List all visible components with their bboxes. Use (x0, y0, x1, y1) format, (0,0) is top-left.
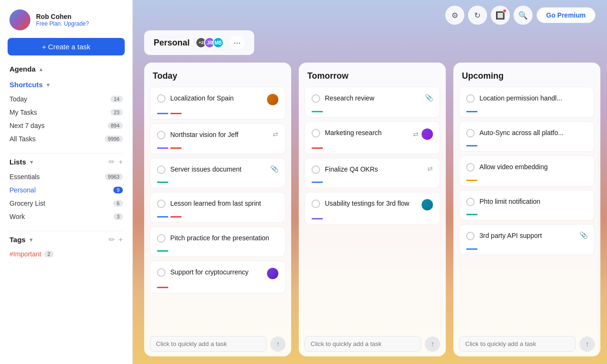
nav-item-today[interactable]: Today 14 (9, 92, 123, 106)
priority-bar-blue (466, 145, 478, 146)
today-column-footer: ↑ (144, 331, 291, 356)
priority-bar-yellow (466, 180, 478, 181)
notification-dot (503, 9, 506, 13)
settings-button[interactable]: ⚙ (445, 6, 464, 25)
agenda-chevron-icon: ▲ (38, 66, 44, 72)
task-checkbox[interactable] (157, 131, 166, 139)
task-checkbox[interactable] (466, 198, 475, 206)
nav-item-all-tasks[interactable]: All Tasks 9996 (9, 132, 123, 146)
column-upcoming: Upcoming Location permission handl... (453, 63, 600, 356)
subtask-icon: ⇄ (273, 130, 278, 138)
tags-add-button[interactable]: + (119, 235, 123, 244)
tags-edit-button[interactable]: ✏ (109, 235, 115, 244)
task-checkbox[interactable] (312, 200, 320, 208)
sidebar-header: Rob Cohen Free Plan. Upgrade? (0, 0, 132, 38)
priority-bar-blue (157, 216, 168, 218)
task-checkbox[interactable] (312, 129, 320, 137)
task-checkbox[interactable] (466, 94, 475, 103)
task-okrs[interactable]: Finalize Q4 OKRs ⇄ (304, 158, 440, 189)
task-avatar (267, 94, 278, 105)
task-avatar (422, 128, 433, 140)
list-item-personal[interactable]: Personal 9 (9, 183, 123, 197)
upcoming-quick-add-input[interactable] (459, 336, 576, 352)
task-marketing[interactable]: Marketing research ⇄ (304, 121, 440, 154)
column-tomorrow-tasks: Research review 📎 Marketing (299, 87, 446, 331)
task-checkbox[interactable] (157, 165, 166, 174)
task-autosync[interactable]: Auto-Sync across all platfo... (459, 121, 595, 152)
tags-header[interactable]: Tags ▼ (9, 236, 34, 244)
column-today-tasks: Localization for Spain (144, 87, 291, 331)
board-columns: Today Localization for Spain (133, 63, 607, 364)
create-task-button[interactable]: + Create a task (8, 38, 125, 55)
task-location[interactable]: Location permission handl... (459, 87, 595, 118)
list-item-work[interactable]: Work 3 (9, 210, 123, 223)
task-localization[interactable]: Localization for Spain (150, 87, 285, 119)
main-content: ⚙ ↻ 🔲 🔍 Go Premium Personal +2 JR MB ··· (133, 0, 607, 364)
lists-edit-button[interactable]: ✏ (109, 157, 115, 166)
notification-button[interactable]: 🔲 (491, 6, 510, 25)
task-northstar[interactable]: Northstar vision for Jeff ⇄ (150, 123, 285, 154)
tomorrow-add-send-button[interactable]: ↑ (425, 337, 440, 352)
agenda-section: Agenda ▲ (0, 65, 132, 81)
task-checkbox[interactable] (157, 234, 166, 243)
lists-add-button[interactable]: + (119, 157, 123, 166)
search-button[interactable]: 🔍 (514, 6, 533, 25)
attachment-icon: 📎 (425, 94, 433, 101)
agenda-header[interactable]: Agenda ▲ (9, 65, 44, 73)
task-checkbox[interactable] (466, 232, 475, 240)
list-item-grocery[interactable]: Grocery List 6 (9, 197, 123, 210)
task-research-review[interactable]: Research review 📎 (304, 87, 440, 118)
task-crypto[interactable]: Support for cryptocurrency (150, 261, 285, 293)
task-lesson[interactable]: Lesson learned from last sprint (150, 192, 285, 223)
task-checkbox[interactable] (466, 163, 475, 172)
task-avatar (267, 268, 278, 279)
task-server[interactable]: Server issues document 📎 (150, 158, 285, 189)
go-premium-button[interactable]: Go Premium (536, 7, 596, 23)
search-icon: 🔍 (518, 11, 528, 20)
tags-section: Tags ▼ ✏ + #Important 2 (0, 235, 132, 264)
upgrade-link[interactable]: Upgrade? (64, 20, 89, 27)
priority-bar-red (170, 113, 182, 114)
board-title: Personal (154, 38, 190, 48)
shortcuts-chevron-icon: ▼ (46, 82, 51, 88)
today-add-send-button[interactable]: ↑ (270, 337, 285, 352)
gear-icon: ⚙ (451, 11, 458, 20)
board-title-pill: Personal +2 JR MB ··· (144, 30, 254, 55)
task-checkbox[interactable] (312, 165, 320, 174)
priority-bar-red (312, 147, 323, 149)
priority-bar-purple (312, 218, 323, 219)
column-upcoming-tasks: Location permission handl... Auto-Sync a… (453, 87, 600, 331)
board-more-button[interactable]: ··· (230, 35, 245, 50)
user-info: Rob Cohen Free Plan. Upgrade? (36, 13, 89, 27)
avatar-mb: MB (212, 37, 224, 48)
nav-item-next-7-days[interactable]: Next 7 days 894 (9, 119, 123, 132)
task-usability[interactable]: Usability testings for 3rd flow (304, 192, 440, 225)
lists-header[interactable]: Lists ▼ (9, 158, 34, 166)
today-quick-add-input[interactable] (150, 336, 267, 352)
shortcuts-section: Shortcuts ▼ Today 14 My Tasks 23 Next 7 … (0, 81, 132, 149)
task-checkbox[interactable] (157, 94, 166, 103)
task-checkbox[interactable] (312, 94, 320, 103)
user-plan: Free Plan. Upgrade? (36, 20, 89, 27)
refresh-button[interactable]: ↻ (468, 6, 487, 25)
task-photo-limit[interactable]: Phto limit notification (459, 190, 595, 221)
priority-bar-teal (466, 214, 478, 215)
sidebar: Rob Cohen Free Plan. Upgrade? + Create a… (0, 0, 133, 364)
priority-bar-teal (312, 111, 323, 112)
upcoming-add-send-button[interactable]: ↑ (579, 337, 595, 352)
tomorrow-quick-add-input[interactable] (304, 336, 421, 352)
nav-item-my-tasks[interactable]: My Tasks 23 (9, 106, 123, 119)
list-item-essentials[interactable]: Essentials 9963 (9, 170, 123, 183)
task-checkbox[interactable] (466, 129, 475, 137)
column-tomorrow: Tomorrow Research review 📎 (299, 63, 446, 356)
refresh-icon: ↻ (474, 11, 480, 20)
task-api-support[interactable]: 3rd party API support 📎 (459, 224, 595, 255)
column-today: Today Localization for Spain (144, 63, 291, 356)
task-checkbox[interactable] (157, 200, 166, 208)
task-checkbox[interactable] (157, 268, 166, 277)
shortcuts-header[interactable]: Shortcuts ▼ (9, 81, 51, 89)
task-pitch[interactable]: Pitch practice for the presentation (150, 227, 285, 257)
tag-item-important[interactable]: #Important 2 (9, 248, 123, 260)
priority-bar-blue (157, 113, 168, 114)
task-video-embed[interactable]: Allow video embedding (459, 155, 595, 186)
